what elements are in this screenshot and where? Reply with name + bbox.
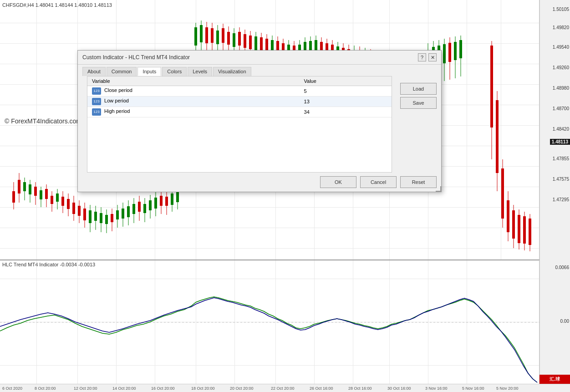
svg-rect-11	[40, 190, 42, 199]
date-label: 26 Oct 16:00	[310, 386, 333, 391]
date-label: 20 Oct 20:00	[230, 386, 254, 391]
svg-rect-27	[83, 209, 86, 220]
date-label: 30 Oct 16:00	[387, 386, 411, 391]
svg-rect-49	[143, 204, 146, 213]
svg-rect-85	[254, 36, 257, 50]
tab-colors[interactable]: Colors	[162, 67, 187, 76]
svg-rect-9	[34, 187, 37, 196]
svg-rect-163	[523, 216, 526, 244]
svg-rect-63	[194, 27, 197, 46]
svg-rect-65	[200, 25, 203, 42]
price-label: 1.49820	[553, 25, 569, 30]
svg-rect-73	[222, 28, 224, 43]
svg-rect-151	[490, 46, 493, 127]
svg-rect-29	[89, 210, 92, 223]
save-button[interactable]: Save	[400, 97, 437, 109]
date-label: 6 Oct 2020	[2, 386, 22, 391]
table-row[interactable]: 123 Close period 5	[87, 86, 392, 97]
indicator-price-label: 0.0066	[555, 265, 569, 270]
svg-rect-39	[116, 210, 119, 219]
svg-rect-35	[105, 215, 108, 224]
date-label: 5 Nov 16:00	[462, 386, 484, 391]
tab-visualization[interactable]: Visualization	[213, 67, 251, 76]
watermark: © ForexMT4Indicators.com	[5, 117, 81, 125]
price-label: 1.48980	[553, 86, 569, 91]
svg-rect-81	[244, 34, 246, 48]
svg-rect-51	[149, 200, 152, 210]
svg-rect-37	[111, 214, 113, 222]
svg-rect-153	[496, 100, 499, 173]
svg-rect-77	[233, 33, 235, 47]
svg-rect-53	[154, 198, 157, 209]
params-table: Variable Value 123 Close period 5	[87, 76, 392, 117]
side-buttons: Load Save	[397, 76, 437, 173]
price-label: 1.49260	[553, 65, 569, 70]
svg-rect-155	[501, 168, 504, 219]
table-row[interactable]: 123 Low period 13	[87, 97, 392, 107]
date-label: 22 Oct 20:00	[271, 386, 295, 391]
price-label: 1.49540	[553, 45, 569, 50]
modal-tabs: About Common Inputs Colors Levels Visual…	[78, 65, 441, 76]
svg-rect-161	[518, 215, 520, 243]
date-axis: 6 Oct 2020 8 Oct 20:00 12 Oct 20:00 14 O…	[0, 384, 570, 392]
modal-body: Variable Value 123 Close period 5	[78, 76, 441, 173]
modal-close-button[interactable]: ✕	[428, 53, 437, 61]
date-label: 5 Nov 20:00	[496, 386, 519, 391]
svg-rect-1	[12, 191, 15, 203]
resize-handle[interactable]	[436, 186, 441, 192]
price-label: 1.48420	[553, 127, 569, 132]
price-label: 1.48700	[553, 106, 569, 111]
modal-actions: OK Cancel Reset	[78, 173, 441, 192]
table-row[interactable]: 123 High period 34	[87, 107, 392, 117]
tab-levels[interactable]: Levels	[188, 67, 212, 76]
price-label: 1.47295	[553, 197, 569, 202]
svg-rect-61	[176, 191, 179, 202]
tab-inputs[interactable]: Inputs	[137, 67, 161, 76]
svg-rect-165	[529, 219, 531, 245]
svg-rect-3	[18, 180, 20, 193]
modal-dialog[interactable]: Custom Indicator - HLC Trend MT4 Indicat…	[77, 50, 442, 192]
svg-rect-25	[78, 206, 81, 216]
row-value[interactable]: 34	[300, 107, 392, 117]
date-label: 3 Nov 16:00	[425, 386, 448, 391]
modal-help-button[interactable]: ?	[418, 53, 426, 61]
svg-rect-79	[238, 32, 241, 46]
svg-rect-159	[512, 210, 515, 239]
row-name: Close period	[104, 87, 132, 93]
svg-rect-143	[443, 44, 446, 63]
svg-rect-23	[72, 203, 75, 214]
indicator-price-label: 0.00	[560, 319, 569, 324]
reset-button[interactable]: Reset	[400, 176, 437, 188]
spacer	[400, 78, 437, 81]
svg-rect-41	[122, 209, 124, 219]
svg-rect-71	[216, 31, 219, 44]
svg-rect-19	[61, 197, 64, 206]
load-button[interactable]: Load	[400, 83, 437, 95]
ok-button[interactable]: OK	[320, 176, 356, 188]
svg-rect-5	[23, 182, 26, 191]
svg-rect-145	[448, 43, 451, 62]
modal-title: Custom Indicator - HLC Trend MT4 Indicat…	[82, 54, 190, 61]
col-variable: Variable	[87, 76, 300, 86]
svg-rect-87	[260, 37, 263, 51]
svg-rect-43	[127, 206, 130, 217]
svg-rect-33	[100, 213, 102, 223]
empty-area	[87, 117, 392, 172]
row-value[interactable]: 13	[300, 97, 392, 107]
col-value: Value	[300, 76, 392, 86]
row-value[interactable]: 5	[300, 86, 392, 97]
branding-logo: 汇.球	[539, 375, 570, 384]
svg-rect-17	[56, 193, 59, 202]
svg-rect-47	[138, 202, 141, 212]
svg-rect-45	[132, 204, 135, 214]
svg-rect-83	[249, 36, 252, 49]
indicator-panel: HLC Trend MT4 Indicator -0.0034 -0.0013	[0, 260, 539, 384]
svg-rect-15	[51, 196, 53, 204]
cancel-button[interactable]: Cancel	[360, 176, 397, 188]
price-label: 1.50105	[553, 7, 569, 12]
tab-common[interactable]: Common	[107, 67, 137, 76]
tab-about[interactable]: About	[82, 67, 106, 76]
svg-rect-13	[45, 189, 48, 199]
date-label: 16 Oct 20:00	[151, 386, 175, 391]
row-variable: 123 Low period	[87, 97, 300, 107]
